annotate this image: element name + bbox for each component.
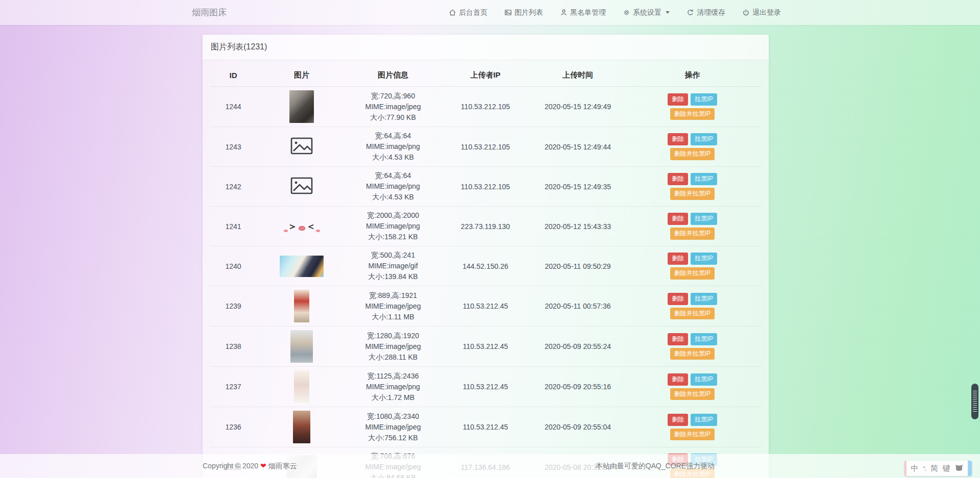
- table-row: 1241 ＞＜ 宽:2000,高:2000 MIME:image/png 大小:…: [210, 207, 761, 246]
- image-mime: MIME:image/png: [347, 141, 439, 152]
- image-dimensions: 宽:64,高:64: [347, 131, 439, 141]
- cell-info: 宽:1125,高:2436 MIME:image/png 大小:1.72 MB: [347, 367, 439, 407]
- heart-icon: ❤: [260, 462, 266, 470]
- image-mime: MIME:image/jpeg: [347, 102, 439, 112]
- blacklist-ip-button[interactable]: 拉黑IP: [691, 373, 717, 386]
- image-thumbnail[interactable]: [289, 90, 314, 123]
- delete-and-blacklist-button[interactable]: 删除并拉黑IP: [670, 308, 715, 320]
- delete-and-blacklist-button[interactable]: 删除并拉黑IP: [670, 108, 715, 120]
- image-dimensions: 宽:1080,高:2340: [347, 411, 439, 422]
- cell-actions: 删除 拉黑IP 删除并拉黑IP: [624, 326, 761, 367]
- ime-right-strip: [968, 461, 972, 476]
- cell-actions: 删除 拉黑IP 删除并拉黑IP: [624, 207, 761, 246]
- image-thumbnail[interactable]: [294, 370, 309, 403]
- scrollbar-thumb[interactable]: [971, 384, 978, 419]
- refresh-icon: [687, 9, 694, 16]
- ime-keyboard-indicator[interactable]: 键: [943, 464, 950, 473]
- image-table: ID 图片 图片信息 上传者IP 上传时间 操作 1244 宽:720,高:96…: [210, 64, 761, 478]
- blacklist-ip-button[interactable]: 拉黑IP: [691, 173, 717, 185]
- image-dimensions: 宽:1125,高:2436: [347, 371, 439, 382]
- cell-upload-time: 2020-05-09 20:55:24: [532, 326, 624, 367]
- image-thumbnail[interactable]: [290, 330, 313, 363]
- delete-button[interactable]: 删除: [668, 293, 688, 305]
- nav-item-settings[interactable]: 系统设置: [623, 8, 670, 17]
- blacklist-ip-button[interactable]: 拉黑IP: [691, 133, 717, 145]
- ime-statusbar[interactable]: 中 °, 简 键: [904, 461, 972, 476]
- nav-item-logout[interactable]: 退出登录: [742, 8, 781, 17]
- copyright-author: 烟雨寒云: [268, 462, 297, 470]
- ime-lang-indicator[interactable]: 中: [911, 464, 919, 473]
- cell-thumbnail: [256, 167, 347, 207]
- image-size: 大小:1.11 MB: [347, 312, 439, 322]
- blacklist-ip-button[interactable]: 拉黑IP: [691, 293, 717, 305]
- nav-label: 图片列表: [514, 8, 543, 17]
- delete-and-blacklist-button[interactable]: 删除并拉黑IP: [670, 388, 715, 400]
- ime-skin-cat-icon[interactable]: [955, 464, 963, 473]
- cell-actions: 删除 拉黑IP 删除并拉黑IP: [624, 286, 761, 326]
- cell-upload-time: 2020-05-11 09:50:29: [532, 246, 624, 286]
- copyright-text: Copyright © 2020 ❤ 烟雨寒云: [203, 454, 297, 478]
- cell-id: 1243: [210, 127, 256, 167]
- cell-info: 宽:720,高:960 MIME:image/jpeg 大小:77.90 KB: [347, 87, 439, 127]
- broken-image-icon[interactable]: [290, 148, 313, 156]
- cell-id: 1236: [210, 407, 256, 447]
- image-mime: MIME:image/png: [347, 181, 439, 192]
- image-id: 1237: [225, 383, 241, 391]
- image-thumbnail[interactable]: [293, 411, 310, 443]
- delete-button[interactable]: 删除: [668, 414, 688, 426]
- cell-info: 宽:1080,高:2340 MIME:image/jpeg 大小:756.12 …: [347, 407, 439, 447]
- blacklist-ip-button[interactable]: 拉黑IP: [691, 414, 717, 426]
- delete-button[interactable]: 删除: [668, 253, 688, 265]
- nav-item-blacklist[interactable]: 黑名单管理: [560, 8, 606, 17]
- cell-uploader-ip: 110.53.212.105: [439, 87, 532, 127]
- delete-and-blacklist-button[interactable]: 删除并拉黑IP: [670, 228, 715, 240]
- image-size: 大小:4.53 KB: [347, 192, 439, 203]
- image-mime: MIME:image/png: [347, 382, 439, 392]
- cell-thumbnail: ＞＜: [256, 207, 347, 246]
- cell-info: 宽:2000,高:2000 MIME:image/png 大小:158.21 K…: [347, 207, 439, 246]
- image-thumbnail[interactable]: ＞＜: [284, 220, 320, 233]
- cell-upload-time: 2020-05-15 12:49:44: [532, 127, 624, 167]
- delete-and-blacklist-button[interactable]: 删除并拉黑IP: [670, 148, 715, 160]
- blacklist-ip-button[interactable]: 拉黑IP: [691, 213, 717, 225]
- image-size: 大小:1.72 MB: [347, 392, 439, 403]
- delete-button[interactable]: 删除: [668, 133, 688, 145]
- delete-and-blacklist-button[interactable]: 删除并拉黑IP: [670, 267, 715, 280]
- header-id: ID: [210, 64, 256, 87]
- delete-button[interactable]: 删除: [668, 213, 688, 225]
- delete-and-blacklist-button[interactable]: 删除并拉黑IP: [670, 348, 715, 360]
- image-size: 大小:158.21 KB: [347, 232, 439, 242]
- image-id: 1239: [225, 302, 241, 310]
- blacklist-ip-button[interactable]: 拉黑IP: [691, 93, 717, 106]
- delete-and-blacklist-button[interactable]: 删除并拉黑IP: [670, 188, 715, 200]
- delete-button[interactable]: 删除: [668, 333, 688, 345]
- table-row: 1239 宽:889,高:1921 MIME:image/jpeg 大小:1.1…: [210, 286, 761, 326]
- nav-item-image-list[interactable]: 图片列表: [504, 8, 543, 17]
- nav-item-home[interactable]: 后台首页: [449, 8, 487, 17]
- gear-icon: [623, 9, 630, 16]
- nav-label: 后台首页: [459, 8, 487, 17]
- cell-id: 1241: [210, 207, 256, 246]
- broken-image-icon[interactable]: [290, 188, 313, 196]
- cell-actions: 删除 拉黑IP 删除并拉黑IP: [624, 127, 761, 167]
- top-navbar: 烟雨图床 后台首页 图片列表 黑名单管理 系统设置 清理缓存 退出登录: [0, 0, 980, 25]
- ime-punct-indicator[interactable]: °,: [923, 465, 926, 471]
- ime-simplified-indicator[interactable]: 简: [930, 464, 938, 473]
- cell-id: 1244: [210, 87, 256, 127]
- image-id: 1242: [225, 183, 241, 191]
- delete-button[interactable]: 删除: [668, 93, 688, 106]
- table-row: 1237 宽:1125,高:2436 MIME:image/png 大小:1.7…: [210, 367, 761, 407]
- blacklist-ip-button[interactable]: 拉黑IP: [691, 333, 717, 345]
- header-ip: 上传者IP: [439, 64, 532, 87]
- image-thumbnail[interactable]: [280, 256, 324, 277]
- cell-thumbnail: [256, 246, 347, 286]
- cell-upload-time: 2020-05-15 12:49:35: [532, 167, 624, 207]
- image-thumbnail[interactable]: [294, 290, 309, 322]
- table-row: 1238 宽:1280,高:1920 MIME:image/jpeg 大小:28…: [210, 326, 761, 367]
- nav-item-clear-cache[interactable]: 清理缓存: [687, 8, 725, 17]
- delete-button[interactable]: 删除: [668, 173, 688, 185]
- delete-button[interactable]: 删除: [668, 373, 688, 386]
- table-row: 1244 宽:720,高:960 MIME:image/jpeg 大小:77.9…: [210, 87, 761, 127]
- delete-and-blacklist-button[interactable]: 删除并拉黑IP: [670, 429, 715, 441]
- blacklist-ip-button[interactable]: 拉黑IP: [691, 253, 717, 265]
